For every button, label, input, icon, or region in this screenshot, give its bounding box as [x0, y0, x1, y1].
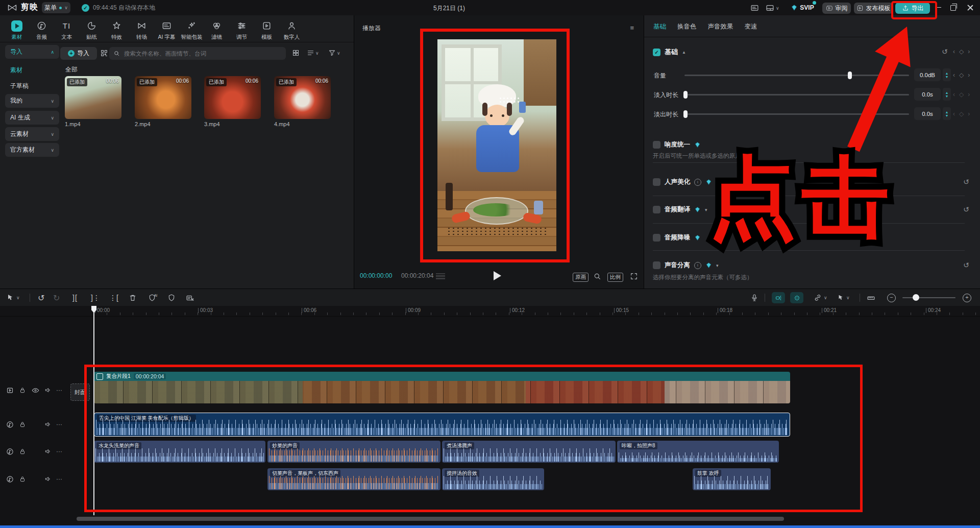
fade-out-handle[interactable] — [683, 110, 688, 118]
volume-value[interactable]: 0.0dB — [914, 68, 941, 81]
grid-view-button[interactable] — [292, 49, 300, 58]
sidebar-item-ai-generate[interactable]: AI 生成∨ — [5, 111, 59, 125]
filter-button[interactable]: ∨ — [328, 49, 340, 57]
basic-checkbox[interactable]: ✓ — [653, 49, 660, 56]
reset-icon[interactable]: ↺ — [963, 205, 969, 213]
frame-grid-icon[interactable] — [436, 273, 445, 279]
horizontal-scrollbar[interactable] — [77, 517, 784, 521]
chevron-down-icon[interactable]: ▾ — [705, 207, 707, 212]
reset-icon[interactable]: ↺ — [963, 178, 969, 186]
keyframe-nav[interactable]: ‹◇› — [953, 110, 970, 117]
player-menu-icon[interactable]: ≡ — [630, 24, 634, 32]
sidebar-item-subdraft[interactable]: 子草稿 — [10, 82, 29, 90]
lock-icon[interactable] — [19, 421, 26, 428]
redo-button[interactable]: ↻ — [53, 289, 60, 306]
tab-effects[interactable]: 特效 — [104, 17, 129, 41]
import-button[interactable]: + 导入 — [60, 47, 97, 60]
chevron-down-icon[interactable]: ▾ — [716, 263, 719, 268]
close-button[interactable] — [967, 5, 973, 11]
tab-voice-change[interactable]: 换音色 — [677, 22, 697, 31]
reset-icon[interactable]: ↺ — [963, 261, 969, 269]
fade-out-value[interactable]: 0.0s — [914, 107, 941, 120]
sfx-clip[interactable]: 搅拌汤的音效 — [442, 468, 544, 490]
voice-beautify-checkbox[interactable] — [653, 178, 660, 186]
fade-out-stepper[interactable]: ▲▼ — [943, 107, 951, 120]
select-tool[interactable]: ∨ — [6, 289, 20, 306]
sfx-clip[interactable]: 咔嚓，拍照声8 — [617, 441, 779, 463]
mute-icon[interactable] — [44, 421, 52, 428]
media-clip-card[interactable]: 已添加 00:06 1.mp4 — [65, 76, 121, 127]
timeline-zoom-slider[interactable] — [902, 289, 955, 306]
tab-adjust[interactable]: 调节 — [229, 17, 254, 41]
tab-ai-captions[interactable]: AI 字幕 — [154, 17, 179, 41]
composite-filmstrip[interactable] — [94, 381, 790, 403]
keyframe-nav[interactable]: ‹◇› — [953, 71, 970, 79]
play-button[interactable] — [494, 271, 501, 280]
audio-translate-checkbox[interactable] — [653, 206, 660, 213]
tab-smart-package[interactable]: 智能包装 — [179, 17, 204, 41]
collapse-icon[interactable]: ▲ — [682, 50, 686, 55]
tab-sound-effects[interactable]: 声音效果 — [708, 22, 733, 31]
link-toggle[interactable]: ∨ — [814, 289, 827, 306]
tab-digital-human[interactable]: 数字人 — [279, 17, 304, 41]
minimize-button[interactable] — [935, 7, 941, 8]
qr-import-button[interactable] — [100, 49, 108, 59]
tab-sticker[interactable]: 贴纸 — [79, 17, 104, 41]
split-left-button[interactable]: ]⋮ — [91, 289, 100, 306]
sort-button[interactable]: ∨ — [307, 49, 319, 57]
fullscreen-icon[interactable] — [630, 272, 638, 282]
tab-speed[interactable]: 变速 — [745, 22, 757, 31]
sidebar-item-import[interactable]: 导入∧ — [5, 45, 59, 59]
media-clip-card[interactable]: 已添加 00:06 2.mp4 — [135, 76, 191, 127]
sfx-clip[interactable]: 鼓掌 欢呼 — [693, 468, 771, 490]
split-right-button[interactable]: ⋮[ — [109, 289, 118, 306]
fade-in-stepper[interactable]: ▲▼ — [943, 88, 951, 101]
more-icon[interactable]: ··· — [56, 448, 62, 455]
volume-slider[interactable] — [684, 75, 909, 76]
publish-template-button[interactable]: 发布模板 — [854, 3, 893, 14]
mask-button[interactable] — [167, 289, 176, 306]
fade-in-slider[interactable] — [684, 94, 909, 95]
ruler-button[interactable] — [867, 289, 875, 306]
sfx-clip[interactable]: 煮汤沸腾声 — [442, 441, 616, 463]
zoom-in-button[interactable]: + — [963, 289, 971, 306]
mute-icon[interactable] — [44, 475, 52, 483]
tab-material[interactable]: 素材 — [4, 17, 29, 41]
search-input[interactable] — [123, 50, 282, 57]
menu-button[interactable]: 菜单 ∨ — [42, 2, 70, 13]
keyframe-nav[interactable]: ‹◇› — [953, 48, 970, 55]
auto-trim-toggle[interactable] — [790, 289, 803, 306]
layout-switch-button[interactable]: ∨ — [766, 4, 779, 12]
lock-icon[interactable] — [19, 448, 26, 455]
zoom-slider-handle[interactable] — [913, 294, 919, 301]
tab-basic[interactable]: 基础 — [653, 22, 666, 31]
reset-icon[interactable]: ↺ — [942, 47, 948, 56]
lock-icon[interactable] — [19, 387, 26, 394]
svip-button[interactable]: SVIP — [788, 2, 817, 14]
volume-stepper[interactable]: ▲▼ — [943, 68, 951, 81]
magnet-toggle[interactable] — [772, 289, 785, 306]
volume-handle[interactable] — [848, 71, 852, 79]
loudness-checkbox[interactable] — [653, 141, 660, 149]
delete-captions-button[interactable] — [186, 289, 194, 306]
sfx-clip[interactable]: 水龙头洗菜的声音 — [94, 441, 265, 463]
ratio-chip[interactable]: 比例 — [607, 273, 623, 282]
lock-icon[interactable] — [19, 475, 26, 483]
media-clip-card[interactable]: 已添加 00:06 4.mp4 — [274, 76, 331, 127]
fade-in-value[interactable]: 0.0s — [914, 88, 941, 101]
tab-text[interactable]: TI文本 — [54, 17, 79, 41]
cover-button[interactable]: 封面 — [70, 383, 90, 401]
voice-separate-checkbox[interactable] — [653, 261, 660, 269]
delete-button[interactable] — [129, 289, 137, 306]
tab-templates[interactable]: 模板 — [254, 17, 279, 41]
restore-button[interactable] — [950, 5, 956, 11]
media-clip-card[interactable]: 已添加 00:06 3.mp4 — [204, 76, 261, 127]
sfx-clip[interactable]: 切菜声音，菜板声，切东西声 — [267, 468, 440, 490]
composite-clip-header[interactable]: 复合片段1 00:00:20:04 — [94, 372, 790, 381]
more-icon[interactable]: ··· — [56, 421, 62, 428]
ai-mask-button[interactable]: AI — [148, 289, 156, 306]
video-preview[interactable] — [437, 39, 556, 251]
preview-zoom-icon[interactable] — [593, 272, 601, 282]
record-mic-button[interactable] — [750, 289, 758, 306]
more-icon[interactable]: ··· — [56, 387, 62, 394]
